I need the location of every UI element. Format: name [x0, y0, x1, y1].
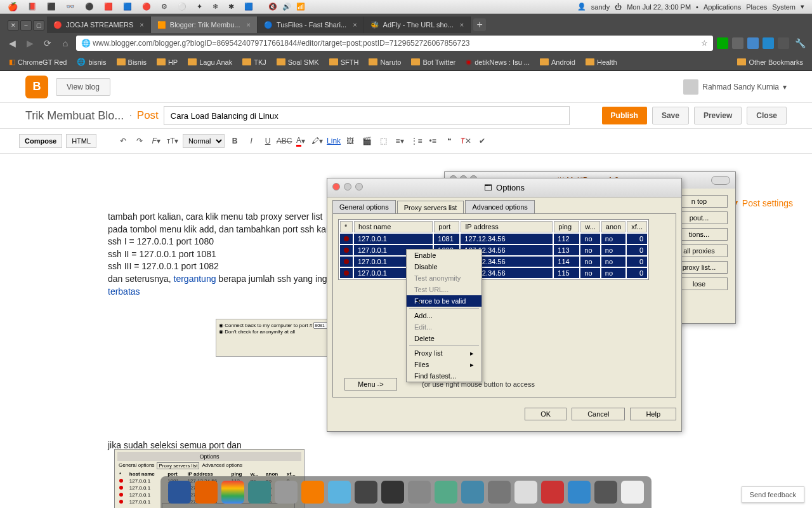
view-blog-button[interactable]: View blog	[56, 78, 110, 96]
tab-tusfiles[interactable]: 🔵TusFiles - Fast Shari...×	[258, 17, 364, 33]
blogger-logo-icon[interactable]: B	[25, 76, 48, 98]
quote-icon[interactable]: ❝	[443, 135, 455, 147]
menu-button[interactable]: Menu ->	[344, 378, 397, 391]
bookmark-item[interactable]: Android	[536, 57, 579, 67]
bookmark-item[interactable]: Soal SMK	[273, 57, 323, 67]
dock-icon[interactable]	[275, 481, 298, 504]
dock-icon[interactable]	[514, 481, 537, 504]
highlight-icon[interactable]: 🖍▾	[311, 135, 324, 147]
tab-blogger[interactable]: 🟧Blogger: Trik Membu...×	[151, 17, 258, 33]
options-titlebar[interactable]: 🗔Options	[327, 178, 681, 197]
window-maximize-icon[interactable]: ▢	[33, 20, 44, 30]
bookmark-item[interactable]: Bot Twitter	[407, 57, 459, 67]
wrench-icon[interactable]: 🔧	[793, 36, 807, 50]
tab-advanced-options[interactable]: Advanced options	[465, 200, 534, 213]
new-tab-button[interactable]: +	[473, 18, 486, 31]
ctx-proxy-list[interactable]: Proxy list▸	[407, 347, 481, 359]
close-icon[interactable]: ×	[460, 21, 464, 29]
bookmark-item[interactable]: ◧ChromeGT Red	[5, 57, 70, 67]
window-minimize-icon[interactable]: –	[20, 20, 32, 30]
dock-icon[interactable]	[594, 481, 617, 504]
menu-places[interactable]: Places	[746, 3, 767, 11]
extension-icon[interactable]	[778, 37, 789, 49]
textcolor-icon[interactable]: A▾	[294, 135, 307, 147]
bookmark-item[interactable]: SFTH	[325, 57, 363, 67]
bookmark-item[interactable]: 🌐bisnis	[73, 57, 110, 67]
blog-title[interactable]: Trik Membuat Blo...	[25, 109, 124, 123]
help-button[interactable]: Help	[630, 408, 676, 420]
fontsize-icon[interactable]: тT▾	[166, 135, 179, 147]
extension-icon[interactable]	[717, 37, 728, 49]
redo-icon[interactable]: ↷	[133, 135, 146, 147]
font-icon[interactable]: F▾	[150, 135, 162, 147]
ctx-delete[interactable]: Delete	[407, 333, 481, 344]
compose-tab[interactable]: Compose	[19, 134, 62, 148]
bold-icon[interactable]: B	[228, 135, 241, 147]
image-icon[interactable]: 🖼	[344, 135, 357, 147]
bookmark-item[interactable]: Bisnis	[113, 57, 150, 67]
underline-icon[interactable]: U	[261, 135, 274, 147]
cancel-button[interactable]: Cancel	[572, 408, 625, 420]
table-row[interactable]: 127.0.0.10127.12.34.56115nono0	[340, 268, 647, 278]
tab-jogja[interactable]: 🔴JOGJA STREAMERS×	[47, 17, 151, 33]
url-input[interactable]: 🌐 www.blogger.com/blogger.g?blogID=86954…	[76, 36, 713, 51]
format-select[interactable]: Normal	[183, 134, 225, 148]
close-icon[interactable]: ×	[140, 21, 143, 29]
close-icon[interactable]: ×	[246, 21, 250, 29]
align-icon[interactable]: ≡▾	[393, 135, 406, 147]
strike-icon[interactable]: ABC	[278, 135, 291, 147]
table-row[interactable]: 127.0.0.13127.12.34.56114nono0	[340, 257, 647, 267]
dock-icon[interactable]	[568, 481, 591, 504]
italic-icon[interactable]: I	[245, 135, 258, 147]
html-tab[interactable]: HTML	[66, 134, 96, 148]
table-row[interactable]: 127.0.0.11081127.12.34.56112nono0	[340, 234, 647, 244]
dock-icon[interactable]	[328, 481, 351, 504]
bookmark-item[interactable]: Health	[582, 57, 621, 67]
menu-system[interactable]: System	[772, 3, 796, 11]
window-pill-icon[interactable]	[711, 176, 730, 185]
extension-icon[interactable]	[763, 37, 774, 49]
close-button[interactable]: Close	[747, 107, 787, 124]
dock-icon[interactable]	[541, 481, 564, 504]
reload-button[interactable]: ⟳	[41, 36, 55, 50]
dock-icon[interactable]	[461, 481, 484, 504]
proxy-table[interactable]: *host nameportIP addresspingw...anonxf..…	[338, 219, 649, 280]
tab-adfly[interactable]: 🐝AdFly - The URL sho...×	[364, 17, 471, 33]
dock-icon[interactable]	[621, 481, 644, 504]
extension-icon[interactable]	[747, 37, 759, 49]
undo-icon[interactable]: ↶	[117, 135, 129, 147]
removeformat-icon[interactable]: T✕	[459, 135, 472, 147]
tab-general-options[interactable]: General options	[332, 200, 396, 213]
ctx-enable[interactable]: Enable	[407, 250, 481, 261]
home-button[interactable]: ⌂	[58, 36, 72, 50]
bookmark-item[interactable]: Other Bookmarks	[733, 57, 807, 67]
numlist-icon[interactable]: ⋮≡	[410, 135, 422, 147]
dock-icon[interactable]	[195, 481, 218, 504]
tab-proxy-servers-list[interactable]: Proxy servers list	[397, 201, 464, 214]
bookmark-item[interactable]: Lagu Anak	[184, 57, 236, 67]
dock-icon[interactable]	[301, 481, 324, 504]
options-dialog[interactable]: 🗔Options General options Proxy servers l…	[327, 178, 682, 432]
dock-icon[interactable]	[221, 481, 244, 504]
dock-icon[interactable]	[355, 481, 377, 504]
break-icon[interactable]: ⬚	[377, 135, 390, 147]
ok-button[interactable]: OK	[525, 408, 566, 420]
video-icon[interactable]: 🎬	[360, 135, 373, 147]
menu-applications[interactable]: Applications	[704, 3, 741, 11]
bookmark-item[interactable]: Naruto	[365, 57, 405, 67]
menubar-user-icon[interactable]: 👤	[577, 3, 586, 11]
dock-icon[interactable]	[488, 481, 511, 504]
preview-button[interactable]: Preview	[694, 107, 742, 124]
bookmark-item[interactable]: TKJ	[239, 57, 270, 67]
dock-icon[interactable]	[408, 481, 431, 504]
ctx-add[interactable]: Add...	[407, 310, 481, 321]
dock-icon[interactable]	[248, 481, 271, 504]
link-button[interactable]: Link	[327, 135, 340, 147]
bookmark-item[interactable]: HP	[153, 57, 181, 67]
back-button[interactable]: ◀	[5, 36, 19, 50]
window-traffic-lights[interactable]	[332, 183, 363, 190]
dock-icon[interactable]	[381, 481, 404, 504]
forward-button[interactable]: ▶	[23, 36, 37, 50]
user-menu[interactable]: Rahmad Sandy Kurnia▾	[683, 79, 787, 95]
send-feedback-button[interactable]: Send feedback	[742, 486, 804, 503]
